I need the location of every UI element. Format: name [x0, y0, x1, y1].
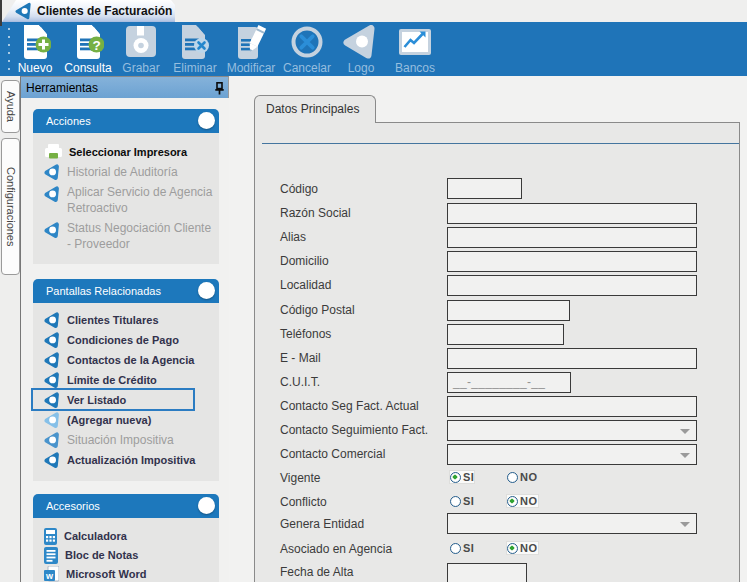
svg-text:?: ?	[92, 38, 100, 53]
svg-text:w: w	[45, 571, 54, 581]
